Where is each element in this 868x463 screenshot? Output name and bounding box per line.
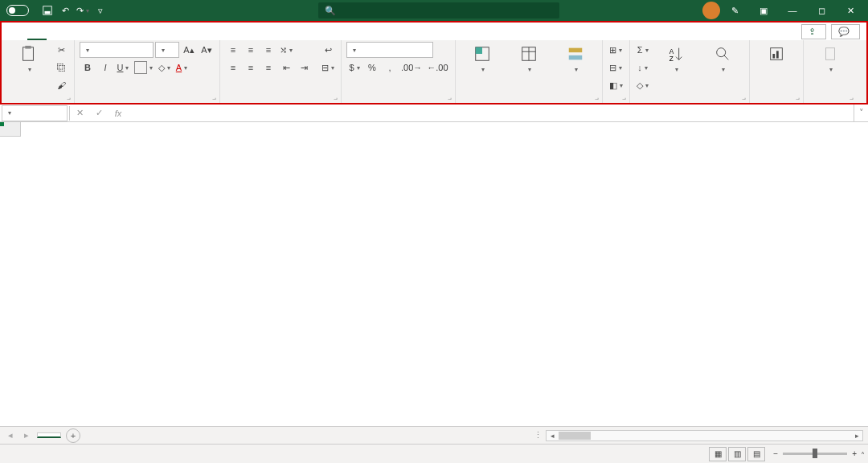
paste-button[interactable] [6, 42, 50, 73]
decrease-decimal-icon[interactable]: ←.00 [425, 59, 449, 76]
redo-icon[interactable]: ↷ [74, 2, 92, 19]
name-box[interactable] [2, 105, 68, 121]
horizontal-scrollbar[interactable]: ◂ ▸ [546, 430, 863, 441]
save-icon[interactable] [39, 2, 56, 19]
pagebreak-view-icon[interactable]: ▤ [747, 447, 765, 461]
number-format-combo[interactable] [346, 42, 433, 58]
analyze-data-button[interactable] [755, 42, 798, 64]
font-name-combo[interactable] [80, 42, 154, 58]
user-avatar[interactable] [702, 2, 720, 19]
percent-icon[interactable]: % [364, 59, 380, 76]
accounting-icon[interactable]: $ [346, 59, 362, 76]
scroll-left-icon[interactable]: ◂ [547, 431, 558, 440]
zoom-in-icon[interactable]: + [852, 449, 857, 458]
sensitivity-button[interactable] [809, 42, 852, 73]
copy-icon[interactable]: ⿻ [53, 59, 69, 76]
tab-data[interactable] [104, 23, 124, 40]
cell-styles-button[interactable] [554, 42, 597, 73]
format-cells-button[interactable]: ◧ [608, 77, 624, 93]
minimize-icon[interactable]: — [778, 0, 807, 21]
cut-icon[interactable]: ✂ [53, 42, 69, 58]
group-font: A▴ A▾ B I U ◇ A [75, 40, 220, 103]
share-button[interactable]: ⇪ [801, 24, 826, 39]
group-number: $ % , .00→ ←.00 [342, 40, 456, 103]
cancel-formula-icon[interactable]: ✕ [70, 105, 89, 121]
column-headers[interactable] [21, 122, 868, 137]
qat-customize-icon[interactable]: ▿ [92, 2, 109, 19]
worksheet-grid[interactable] [0, 122, 868, 426]
autosave-toggle-icon[interactable] [6, 5, 29, 16]
bold-button[interactable]: B [80, 59, 96, 76]
expand-formula-icon[interactable]: ˅ [854, 104, 868, 121]
search-box[interactable]: 🔍 [318, 2, 559, 18]
close-icon[interactable]: ✕ [836, 0, 865, 21]
ribbon-display-icon[interactable]: ▣ [749, 0, 778, 21]
grow-font-icon[interactable]: A▴ [181, 42, 197, 58]
scroll-thumb[interactable] [559, 432, 591, 440]
shrink-font-icon[interactable]: A▾ [199, 42, 215, 58]
borders-icon[interactable] [133, 59, 154, 76]
cells-area[interactable] [21, 137, 868, 426]
find-select-button[interactable] [701, 42, 744, 73]
align-middle-icon[interactable]: ≡ [243, 42, 259, 58]
align-center-icon[interactable]: ≡ [243, 59, 259, 76]
autosum-icon[interactable]: Σ [635, 42, 651, 58]
italic-button[interactable]: I [97, 59, 113, 76]
zoom-slider[interactable] [783, 453, 847, 455]
align-top-icon[interactable]: ≡ [225, 42, 241, 58]
pen-icon[interactable]: ✎ [720, 0, 749, 21]
font-size-combo[interactable] [155, 42, 179, 58]
wrap-text-button[interactable]: ↩ [320, 42, 336, 58]
clear-icon[interactable]: ◇ [635, 77, 651, 93]
collapse-ribbon-icon[interactable]: ˄ [861, 451, 865, 460]
autosave[interactable] [3, 5, 32, 16]
normal-view-icon[interactable]: ▦ [709, 447, 727, 461]
tab-formulas[interactable] [85, 23, 104, 40]
fx-icon[interactable]: fx [108, 105, 128, 121]
align-right-icon[interactable]: ≡ [260, 59, 276, 76]
sheet-tab[interactable] [37, 432, 61, 438]
decrease-indent-icon[interactable]: ⇤ [278, 59, 294, 76]
sort-filter-button[interactable]: AZ [654, 42, 698, 73]
insert-cells-button[interactable]: ⊞ [608, 42, 624, 58]
tab-scroll-left-icon[interactable]: ◂ [5, 430, 16, 440]
delete-cells-button[interactable]: ⊟ [608, 59, 624, 76]
tab-help[interactable] [162, 23, 182, 40]
increase-decimal-icon[interactable]: .00→ [399, 59, 424, 76]
tab-review[interactable] [124, 23, 143, 40]
tab-scroll-right-icon[interactable]: ▸ [21, 430, 32, 440]
formula-input[interactable] [128, 105, 854, 121]
fill-color-icon[interactable]: ◇ [156, 59, 172, 76]
undo-icon[interactable]: ↶ [56, 2, 74, 19]
hscroll-divider-icon[interactable]: ⋮ [534, 430, 542, 440]
new-sheet-icon[interactable]: + [66, 428, 80, 443]
conditional-formatting-button[interactable] [461, 42, 504, 73]
enter-formula-icon[interactable]: ✓ [89, 105, 108, 121]
orientation-icon[interactable]: ⤭ [278, 42, 294, 58]
cond-fmt-icon [473, 45, 491, 63]
scroll-right-icon[interactable]: ▸ [851, 431, 862, 440]
underline-button[interactable]: U [115, 59, 131, 76]
comments-button[interactable]: 💬 [831, 24, 860, 39]
select-all-triangle[interactable] [0, 122, 21, 137]
font-color-icon[interactable]: A [174, 59, 190, 76]
align-left-icon[interactable]: ≡ [225, 59, 241, 76]
zoom-control[interactable]: − + [773, 449, 862, 458]
tab-view[interactable] [143, 23, 162, 40]
tab-file[interactable] [8, 23, 27, 40]
pagelayout-view-icon[interactable]: ▥ [728, 447, 746, 461]
group-label [608, 101, 624, 103]
comment-icon: 💬 [838, 27, 850, 37]
format-painter-icon[interactable]: 🖌 [53, 77, 69, 93]
format-as-table-button[interactable] [507, 42, 551, 73]
increase-indent-icon[interactable]: ⇥ [296, 59, 312, 76]
maximize-icon[interactable]: ◻ [807, 0, 836, 21]
zoom-out-icon[interactable]: − [773, 449, 778, 458]
tab-pagelayout[interactable] [66, 23, 85, 40]
comma-icon[interactable]: , [382, 59, 398, 76]
align-bottom-icon[interactable]: ≡ [260, 42, 276, 58]
tab-insert[interactable] [47, 23, 66, 40]
tab-home[interactable] [27, 23, 47, 40]
merge-center-button[interactable]: ⊟ [320, 59, 336, 76]
fill-icon[interactable]: ↓ [635, 59, 651, 76]
